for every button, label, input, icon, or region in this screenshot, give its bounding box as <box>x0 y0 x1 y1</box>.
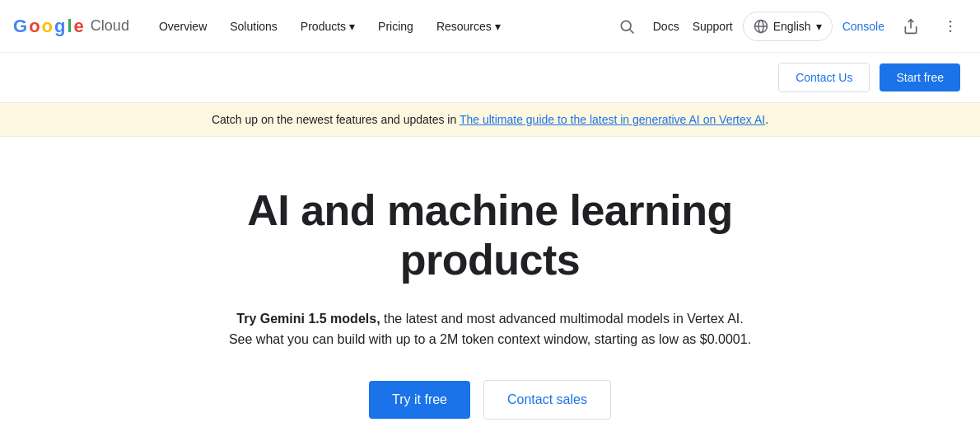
nav-solutions[interactable]: Solutions <box>220 13 287 40</box>
share-button[interactable] <box>894 10 927 43</box>
nav-right: Docs Support English ▾ Console <box>610 10 967 43</box>
google-g-red: o <box>29 16 40 37</box>
cloud-text: Cloud <box>91 17 129 35</box>
action-bar: Contact Us Start free <box>0 53 980 103</box>
google-g-green: l <box>67 16 72 37</box>
nav-products-label: Products <box>301 20 346 33</box>
contact-sales-button[interactable]: Contact sales <box>483 380 611 420</box>
hero-buttons: Try it free Contact sales <box>369 380 611 420</box>
nav-products[interactable]: Products ▾ <box>291 13 365 40</box>
google-logo: Google <box>13 16 84 37</box>
announcement-banner: Catch up on the newest features and upda… <box>0 103 980 137</box>
language-selector[interactable]: English ▾ <box>743 12 833 41</box>
hero-subtitle-bold: Try Gemini 1.5 models, <box>236 312 380 326</box>
hero-subtitle: Try Gemini 1.5 models, the latest and mo… <box>229 308 751 350</box>
share-icon <box>903 18 919 35</box>
google-g-red2: e <box>74 16 84 37</box>
hero-title: AI and machine learning products <box>202 186 778 285</box>
svg-line-1 <box>630 29 634 33</box>
products-chevron-icon: ▾ <box>349 20 355 33</box>
console-link[interactable]: Console <box>839 13 888 40</box>
resources-chevron-icon: ▾ <box>495 20 501 33</box>
nav-pricing[interactable]: Pricing <box>368 13 423 40</box>
banner-suffix: . <box>765 113 768 126</box>
nav-resources-label: Resources <box>436 20 492 33</box>
svg-point-0 <box>621 21 631 30</box>
more-options-button[interactable] <box>934 10 967 43</box>
google-g-yellow: o <box>42 16 53 37</box>
contact-us-button[interactable]: Contact Us <box>778 63 870 92</box>
globe-icon <box>754 19 768 34</box>
nav-links: Overview Solutions Products ▾ Pricing Re… <box>149 13 610 40</box>
search-button[interactable] <box>610 10 643 43</box>
banner-link[interactable]: The ultimate guide to the latest in gene… <box>460 113 765 126</box>
svg-point-8 <box>950 30 952 32</box>
start-free-button[interactable]: Start free <box>880 63 960 92</box>
nav-overview[interactable]: Overview <box>149 13 217 40</box>
language-chevron-icon: ▾ <box>816 20 822 33</box>
search-icon <box>618 18 635 35</box>
language-label: English <box>773 20 811 33</box>
navbar: Google Cloud Overview Solutions Products… <box>0 0 980 53</box>
support-link[interactable]: Support <box>689 13 736 40</box>
svg-point-6 <box>950 20 952 22</box>
docs-link[interactable]: Docs <box>650 13 683 40</box>
hero-section: AI and machine learning products Try Gem… <box>0 137 980 427</box>
google-g-blue2: g <box>54 16 65 37</box>
svg-point-7 <box>950 25 952 27</box>
google-g-blue: G <box>13 16 27 37</box>
more-vert-icon <box>942 18 959 35</box>
try-it-free-button[interactable]: Try it free <box>369 381 470 419</box>
banner-text: Catch up on the newest features and upda… <box>212 113 460 126</box>
nav-resources[interactable]: Resources ▾ <box>427 13 511 40</box>
logo[interactable]: Google Cloud <box>13 16 129 37</box>
